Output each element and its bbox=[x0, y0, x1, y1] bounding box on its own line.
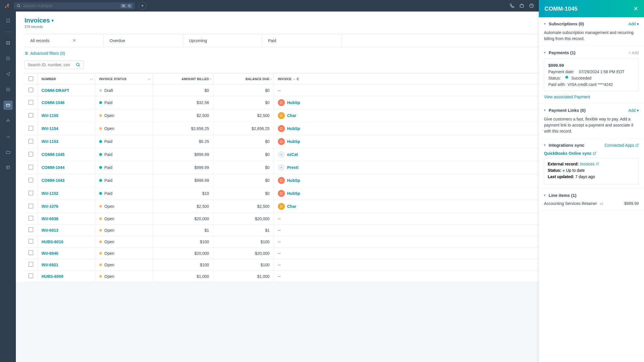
contact-link[interactable]: HubSp bbox=[287, 100, 300, 105]
nav-automation-icon[interactable] bbox=[3, 116, 13, 125]
row-checkbox[interactable] bbox=[29, 100, 33, 105]
invoice-number-link[interactable]: HUBS-6010 bbox=[42, 240, 63, 244]
advanced-filters-button[interactable]: Advanced filters (0) bbox=[25, 51, 65, 56]
payment-links-add-button[interactable]: Add▾ bbox=[628, 108, 639, 113]
row-checkbox[interactable] bbox=[29, 152, 33, 157]
payment-links-toggle[interactable]: ▾ Payment Links (0) bbox=[544, 108, 585, 113]
contact-link[interactable]: HubSp bbox=[287, 178, 300, 183]
svg-line-2 bbox=[6, 5, 8, 7]
help-icon[interactable] bbox=[529, 3, 534, 8]
contact-link[interactable]: HubSp bbox=[287, 191, 300, 196]
tab-upcoming[interactable]: Upcoming bbox=[183, 34, 262, 47]
nav-crm-icon[interactable] bbox=[3, 54, 13, 63]
invoice-number-link[interactable]: INV-6913 bbox=[42, 228, 58, 233]
row-checkbox[interactable] bbox=[29, 178, 33, 182]
invoice-number-link[interactable]: COMM-1046 bbox=[42, 100, 65, 105]
payments-add-button[interactable]: + Add bbox=[628, 50, 639, 55]
sort-icon: ▴▾ bbox=[269, 78, 272, 80]
svg-rect-12 bbox=[6, 43, 8, 45]
invoice-number-link[interactable]: INV-1154 bbox=[42, 126, 58, 131]
contact-link[interactable]: ezCat bbox=[287, 152, 298, 157]
tab-overdue[interactable]: Overdue bbox=[104, 34, 183, 47]
amount-cell: $20,000 bbox=[153, 213, 213, 225]
row-checkbox[interactable] bbox=[29, 126, 33, 131]
subscriptions-toggle[interactable]: ▾ Subscriptions (0) bbox=[544, 21, 584, 26]
nav-reporting-icon[interactable] bbox=[3, 132, 13, 141]
contact-link[interactable]: HubSp bbox=[287, 139, 300, 144]
invoice-number-link[interactable]: HUBS-6009 bbox=[42, 274, 63, 279]
create-button[interactable]: + bbox=[138, 2, 146, 10]
amount-cell: $1,000 bbox=[153, 271, 213, 282]
nav-content-icon[interactable] bbox=[3, 85, 13, 94]
contact-link[interactable]: Char bbox=[287, 204, 296, 209]
row-checkbox[interactable] bbox=[29, 250, 33, 255]
invoice-number-link[interactable]: INV-1076 bbox=[42, 204, 58, 209]
integrations-toggle[interactable]: ▾ Integrations sync bbox=[544, 143, 584, 148]
tab-all-records[interactable]: All records ✕ bbox=[25, 34, 104, 47]
external-record-link[interactable]: Invoices bbox=[580, 162, 599, 166]
row-checkbox[interactable] bbox=[29, 113, 33, 118]
tab-paid[interactable]: Paid bbox=[262, 34, 342, 47]
avatar-icon: ⬡ bbox=[278, 177, 285, 184]
invoice-number-link[interactable]: INV-1152 bbox=[42, 191, 58, 196]
invoice-number-link[interactable]: INV-1153 bbox=[42, 139, 58, 144]
payments-toggle[interactable]: ▾ Payments (1) bbox=[544, 50, 575, 55]
table-search[interactable] bbox=[25, 61, 84, 69]
invoice-number-link[interactable]: INV-6940 bbox=[42, 251, 58, 256]
invoice-number-link[interactable]: COMM-1045 bbox=[42, 152, 65, 157]
svg-rect-10 bbox=[6, 41, 8, 43]
row-checkbox[interactable] bbox=[29, 239, 33, 244]
invoice-number-link[interactable]: COMM-DRAFT bbox=[42, 88, 69, 93]
invoice-number-link[interactable]: COMM-1044 bbox=[42, 165, 65, 170]
row-checkbox[interactable] bbox=[29, 139, 33, 144]
nav-library-icon[interactable] bbox=[3, 147, 13, 157]
nav-templates-icon[interactable] bbox=[3, 163, 13, 172]
phone-icon[interactable] bbox=[510, 3, 514, 8]
global-search[interactable]: ⌘K bbox=[14, 2, 135, 9]
line-items-section: ▾ Line items (1) Accounting Services Ret… bbox=[539, 189, 644, 210]
nav-marketing-icon[interactable] bbox=[3, 69, 13, 79]
close-panel-button[interactable]: ✕ bbox=[633, 5, 638, 12]
nav-bookmarks-icon[interactable] bbox=[3, 16, 13, 25]
select-all-checkbox[interactable] bbox=[29, 76, 33, 81]
global-search-input[interactable] bbox=[23, 3, 118, 8]
invoice-number-link[interactable]: INV-6938 bbox=[42, 216, 58, 221]
column-balance[interactable]: Balance Due▴▾ bbox=[213, 73, 274, 85]
hubspot-logo-icon[interactable] bbox=[3, 2, 10, 9]
page-title-text: Invoices bbox=[25, 17, 50, 24]
contact-link[interactable]: Char bbox=[287, 113, 296, 118]
nav-workspaces-icon[interactable] bbox=[3, 38, 13, 48]
row-checkbox[interactable] bbox=[29, 227, 33, 232]
status-dot-icon bbox=[99, 252, 102, 255]
column-status[interactable]: Invoice Status▴▾ bbox=[95, 73, 153, 85]
connected-apps-link[interactable]: Connected Apps bbox=[605, 143, 639, 148]
row-checkbox[interactable] bbox=[29, 165, 33, 169]
invoice-number-link[interactable]: INV-1155 bbox=[42, 113, 58, 118]
row-checkbox[interactable] bbox=[29, 191, 33, 195]
balance-cell: $1 bbox=[213, 225, 274, 236]
row-checkbox[interactable] bbox=[29, 204, 33, 208]
contact-link[interactable]: Presti bbox=[287, 165, 298, 170]
column-amount[interactable]: Amount Billed▴▾ bbox=[153, 73, 213, 85]
invoice-number-link[interactable]: INV-6921 bbox=[42, 263, 58, 267]
invoice-number-link[interactable]: COMM-1043 bbox=[42, 178, 65, 183]
status-text: Paid bbox=[104, 165, 112, 170]
row-checkbox[interactable] bbox=[29, 274, 33, 278]
search-icon bbox=[17, 4, 21, 8]
avatar-icon: • bbox=[278, 164, 285, 171]
view-payment-link[interactable]: View associated Payment bbox=[544, 95, 590, 99]
column-number[interactable]: Number▴▾ bbox=[37, 73, 95, 85]
row-checkbox[interactable] bbox=[29, 88, 33, 92]
quickbooks-link[interactable]: QuickBooks Online sync bbox=[544, 151, 639, 156]
avatar-icon: U bbox=[278, 112, 285, 119]
contact-link[interactable]: HubSp bbox=[287, 126, 300, 131]
row-checkbox[interactable] bbox=[29, 262, 33, 267]
status-text: Open bbox=[104, 228, 114, 233]
table-search-input[interactable] bbox=[28, 63, 74, 67]
row-checkbox[interactable] bbox=[29, 216, 33, 220]
marketplace-icon[interactable] bbox=[519, 3, 524, 8]
nav-commerce-icon[interactable] bbox=[3, 101, 13, 110]
close-icon[interactable]: ✕ bbox=[72, 38, 76, 43]
subscriptions-add-button[interactable]: Add▾ bbox=[628, 22, 639, 26]
line-items-toggle[interactable]: ▾ Line items (1) bbox=[544, 193, 577, 198]
